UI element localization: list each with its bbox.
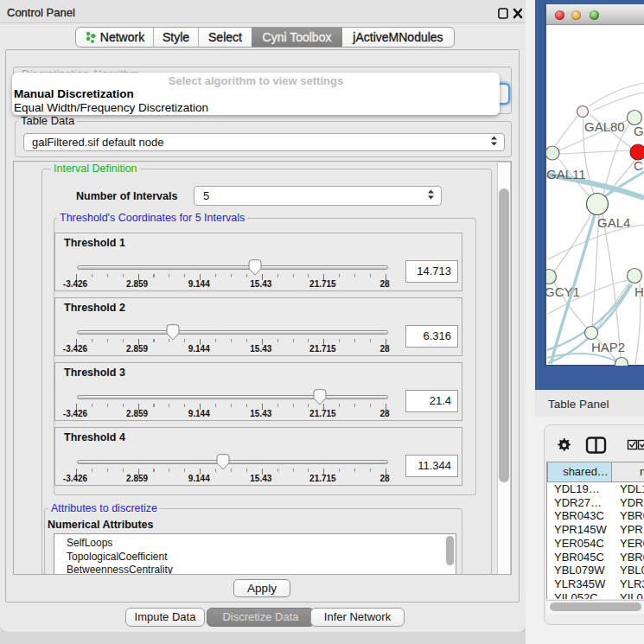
svg-text:GAL11: GAL11 [546, 167, 586, 182]
svg-text:HAP2: HAP2 [591, 340, 625, 354]
svg-text:GAL80: GAL80 [584, 119, 625, 134]
svg-text:GAL4: GAL4 [597, 215, 630, 230]
svg-text:GCY1: GCY1 [546, 284, 580, 299]
svg-text:C: C [634, 158, 643, 173]
svg-text:H: H [634, 284, 644, 299]
svg-text:GA: GA [634, 124, 644, 138]
